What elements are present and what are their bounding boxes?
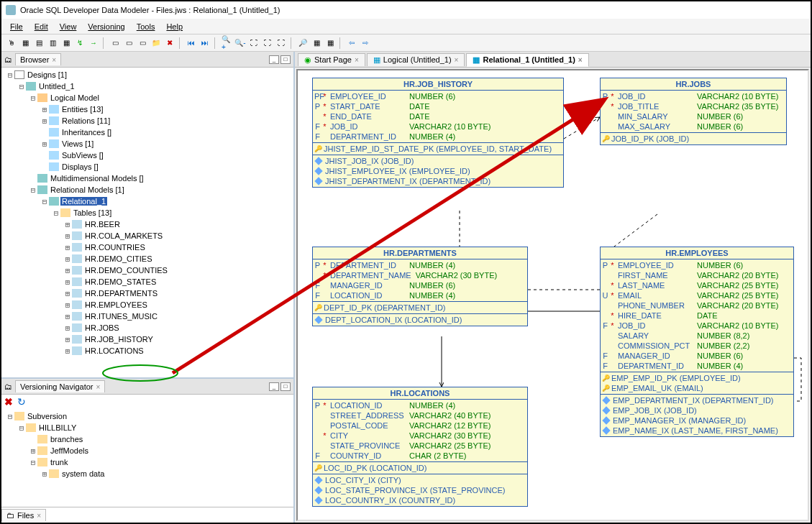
- toolbar-last-icon[interactable]: ⏭: [199, 37, 211, 49]
- browser-tab[interactable]: Browser ×: [15, 53, 61, 65]
- close-icon[interactable]: ×: [37, 512, 41, 520]
- files-tab[interactable]: 🗀 Files ×: [1, 509, 46, 521]
- menu-file[interactable]: File: [6, 21, 27, 32]
- tree-item[interactable]: Displays []: [3, 161, 292, 173]
- close-icon[interactable]: ×: [355, 56, 359, 64]
- toolbar-fitscreen-icon[interactable]: ⛶: [248, 37, 260, 49]
- toolbar-compare-icon[interactable]: ▦: [311, 37, 322, 49]
- twisty-icon[interactable]: ⊞: [40, 116, 49, 126]
- toolbar-zoomout-icon[interactable]: 🔍-: [234, 37, 246, 49]
- delete-icon[interactable]: ✖: [4, 396, 13, 408]
- twisty-icon[interactable]: ⊟: [52, 208, 60, 218]
- toolbar-saveall-icon[interactable]: ▭: [137, 37, 148, 49]
- twisty-icon[interactable]: ⊞: [63, 220, 72, 229]
- tree-item[interactable]: ⊞JeffModels: [3, 445, 292, 456]
- tree-table-hr-demo_cities[interactable]: ⊞HR.DEMO_CITIES: [3, 253, 292, 265]
- close-icon[interactable]: ×: [96, 383, 101, 391]
- menu-tools[interactable]: Tools: [132, 21, 160, 32]
- toolbar-delete-icon[interactable]: ✖: [164, 37, 175, 49]
- entity-employees[interactable]: HR.EMPLOYEES P*EMPLOYEE_IDNUMBER (6)FIRS…: [600, 247, 794, 437]
- tree-logical[interactable]: ⊟Logical Model: [3, 92, 292, 104]
- menu-edit[interactable]: Edit: [30, 21, 53, 32]
- refresh-icon[interactable]: ↻: [17, 396, 26, 408]
- twisty-icon[interactable]: ⊞: [63, 346, 72, 356]
- tree-table-hr-demo_states[interactable]: ⊞HR.DEMO_STATES: [3, 276, 292, 288]
- toolbar-stop-icon[interactable]: ▦: [324, 37, 336, 49]
- twisty-icon[interactable]: ⊟: [29, 185, 37, 195]
- maximize-icon[interactable]: □: [280, 55, 291, 64]
- tree-untitled[interactable]: ⊟Untitled_1: [3, 81, 292, 92]
- tree-item[interactable]: ⊞Relations [11]: [3, 115, 292, 127]
- entity-jobhistory[interactable]: HR.JOB_HISTORY PF*EMPLOYEE_IDNUMBER (6)P…: [312, 78, 564, 188]
- toolbar-back-icon[interactable]: ⇦: [346, 37, 357, 49]
- tree-tables[interactable]: ⊟Tables [13]: [3, 207, 292, 219]
- close-icon[interactable]: ×: [52, 56, 56, 64]
- tree-table-hr-departments[interactable]: ⊞HR.DEPARTMENTS: [3, 288, 292, 299]
- tree-table-hr-locations[interactable]: ⊞HR.LOCATIONS: [3, 345, 292, 357]
- twisty-icon[interactable]: ⊞: [40, 105, 49, 114]
- tree-table-hr-employees[interactable]: ⊞HR.EMPLOYEES: [3, 299, 292, 311]
- toolbar-split-icon[interactable]: ▥: [47, 37, 58, 49]
- toolbar-zoomin-icon[interactable]: 🔍+: [221, 37, 232, 49]
- tree-item[interactable]: ⊟Relational Models [1]: [3, 184, 292, 196]
- twisty-icon[interactable]: ⊟: [6, 412, 14, 421]
- toolbar-open-icon[interactable]: ▭: [109, 37, 121, 49]
- twisty-icon[interactable]: ⊞: [29, 446, 37, 456]
- tree-table-hr-cola_markets[interactable]: ⊞HR.COLA_MARKETS: [3, 230, 292, 242]
- toolbar-fitselect-icon[interactable]: ⛶: [275, 37, 287, 49]
- twisty-icon[interactable]: ⊟: [17, 423, 26, 433]
- entity-jobs[interactable]: HR.JOBS P*JOB_IDVARCHAR2 (10 BYTE)*JOB_T…: [600, 78, 787, 145]
- tree-table-hr-beer[interactable]: ⊞HR.BEER: [3, 219, 292, 230]
- tree-item[interactable]: Multidimensional Models []: [3, 173, 292, 184]
- tree-designs[interactable]: ⊟Designs [1]: [3, 69, 292, 81]
- diagram-canvas[interactable]: HR.JOB_HISTORY PF*EMPLOYEE_IDNUMBER (6)P…: [296, 69, 809, 521]
- toolbar-save-icon[interactable]: ▭: [123, 37, 134, 49]
- close-icon[interactable]: ×: [578, 56, 583, 64]
- menu-help[interactable]: Help: [162, 21, 187, 32]
- twisty-icon[interactable]: ⊟: [29, 93, 37, 103]
- tree-table-hr-demo_counties[interactable]: ⊞HR.DEMO_COUNTIES: [3, 265, 292, 276]
- tree-item[interactable]: SubViews []: [3, 150, 292, 161]
- twisty-icon[interactable]: ⊟: [40, 197, 49, 206]
- twisty-icon[interactable]: ⊞: [63, 266, 72, 275]
- toolbar-fitwindow-icon[interactable]: ⛶: [262, 37, 273, 49]
- tree-item[interactable]: ⊟trunk: [3, 456, 292, 468]
- twisty-icon[interactable]: ⊟: [6, 70, 14, 80]
- close-icon[interactable]: ×: [455, 56, 459, 64]
- twisty-icon[interactable]: ⊟: [17, 82, 26, 91]
- toolbar-folder-icon[interactable]: 📁: [150, 37, 162, 49]
- tree-table-hr-itunes_music[interactable]: ⊞HR.ITUNES_MUSIC: [3, 311, 292, 322]
- toolbar-search-icon[interactable]: 🔎: [297, 37, 309, 49]
- twisty-icon[interactable]: ⊞: [40, 139, 49, 149]
- menu-view[interactable]: View: [55, 21, 81, 32]
- toolbar-pointer-icon[interactable]: 🖱: [6, 37, 17, 49]
- entity-locations[interactable]: HR.LOCATIONS P*LOCATION_IDNUMBER (4)STRE…: [312, 387, 528, 507]
- tree-item[interactable]: ⊞Entities [13]: [3, 104, 292, 115]
- toolbar-first-icon[interactable]: ⏮: [186, 37, 197, 49]
- toolbar-new-icon[interactable]: ▦: [19, 37, 31, 49]
- tree-item[interactable]: ⊟HILLBILLY: [3, 422, 292, 433]
- twisty-icon[interactable]: ⊞: [63, 254, 72, 264]
- twisty-icon[interactable]: ⊞: [63, 300, 72, 310]
- tree-item[interactable]: Inheritances []: [3, 127, 292, 138]
- toolbar-fwd-icon[interactable]: ⇨: [360, 37, 371, 49]
- tree-item[interactable]: ⊞system data: [3, 468, 292, 479]
- browser-tree[interactable]: ⊟Designs [1]⊟Untitled_1⊟Logical Model⊞En…: [1, 68, 293, 377]
- tree-item[interactable]: branches: [3, 433, 292, 445]
- versioning-tree[interactable]: ⊟Subversion⊟HILLBILLY branches⊞JeffModel…: [1, 409, 293, 507]
- twisty-icon[interactable]: ⊞: [63, 335, 72, 344]
- twisty-icon[interactable]: ⊞: [63, 289, 72, 298]
- tab-relational[interactable]: ▦Relational_1 (Untitled_1) ×: [466, 53, 588, 67]
- tree-relational1[interactable]: ⊟Relational_1: [3, 196, 292, 207]
- twisty-icon[interactable]: ⊞: [63, 231, 72, 241]
- twisty-icon[interactable]: ⊞: [40, 469, 49, 479]
- versioning-tab[interactable]: Versioning Navigator ×: [15, 380, 105, 392]
- menu-versioning[interactable]: Versioning: [83, 21, 129, 32]
- tree-table-hr-jobs[interactable]: ⊞HR.JOBS: [3, 322, 292, 334]
- twisty-icon[interactable]: ⊞: [63, 312, 72, 321]
- entity-departments[interactable]: HR.DEPARTMENTS P*DEPARTMENT_IDNUMBER (4)…: [312, 247, 528, 326]
- toolbar-arc-icon[interactable]: →: [88, 37, 99, 49]
- minimize-icon[interactable]: _: [269, 55, 279, 64]
- twisty-icon[interactable]: ⊞: [63, 277, 72, 287]
- toolbar-view-icon[interactable]: ▤: [33, 37, 45, 49]
